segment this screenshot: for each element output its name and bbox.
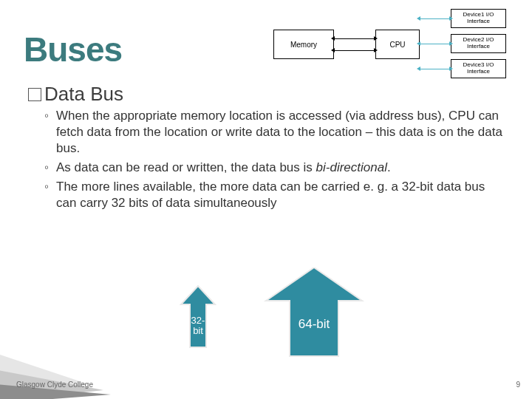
heading-word-2: Bus — [85, 83, 123, 105]
bus-line — [334, 38, 375, 39]
bullet-item: When the appropriate memory location is … — [44, 108, 502, 157]
bullet-item: The more lines available, the more data … — [44, 179, 502, 211]
bus-diagram: Memory CPU Device1 I/O Interface Device2… — [251, 7, 517, 80]
arrow-32bit: 32- bit — [181, 286, 215, 347]
corner-decoration — [0, 340, 118, 399]
bus-line — [420, 69, 451, 69]
device2-box: Device2 I/O Interface — [451, 34, 506, 53]
section-heading: Data Bus — [28, 83, 123, 106]
svg-text:32-: 32- — [191, 315, 205, 326]
arrow-64bit: 64-bit — [266, 267, 362, 356]
svg-marker-3 — [266, 267, 362, 356]
arrowhead-icon — [374, 36, 378, 41]
arrowhead-icon — [449, 66, 453, 71]
page-number: 9 — [516, 381, 520, 389]
arrowhead-icon — [449, 16, 453, 21]
memory-box: Memory — [273, 30, 334, 59]
arrowhead-icon — [417, 41, 420, 46]
device3-box: Device3 I/O Interface — [451, 59, 506, 78]
arrowhead-icon — [449, 41, 453, 46]
slide-title: Buses — [24, 30, 122, 69]
arrow-large-label: 64-bit — [299, 317, 330, 331]
arrowhead-icon — [417, 66, 420, 71]
bus-line — [420, 44, 451, 44]
device1-box: Device1 I/O Interface — [451, 9, 506, 28]
cpu-box: CPU — [375, 30, 420, 59]
arrow-comparison: 32- bit 64-bit — [148, 267, 392, 364]
heading-word-1: Data — [44, 83, 85, 105]
bullet-text: As data can be read or written, the data… — [56, 160, 391, 174]
bus-line — [334, 50, 375, 51]
bus-line — [420, 18, 451, 19]
footer-text: Glasgow Clyde College — [16, 381, 93, 389]
arrowhead-icon — [331, 36, 335, 41]
arrowhead-icon — [417, 16, 420, 21]
arrowhead-icon — [331, 48, 335, 52]
arrowhead-icon — [374, 48, 378, 52]
bullet-list: When the appropriate memory location is … — [44, 108, 502, 215]
checkbox-icon — [28, 88, 41, 101]
bullet-item: As data can be read or written, the data… — [44, 160, 502, 176]
svg-text:bit: bit — [193, 325, 203, 336]
